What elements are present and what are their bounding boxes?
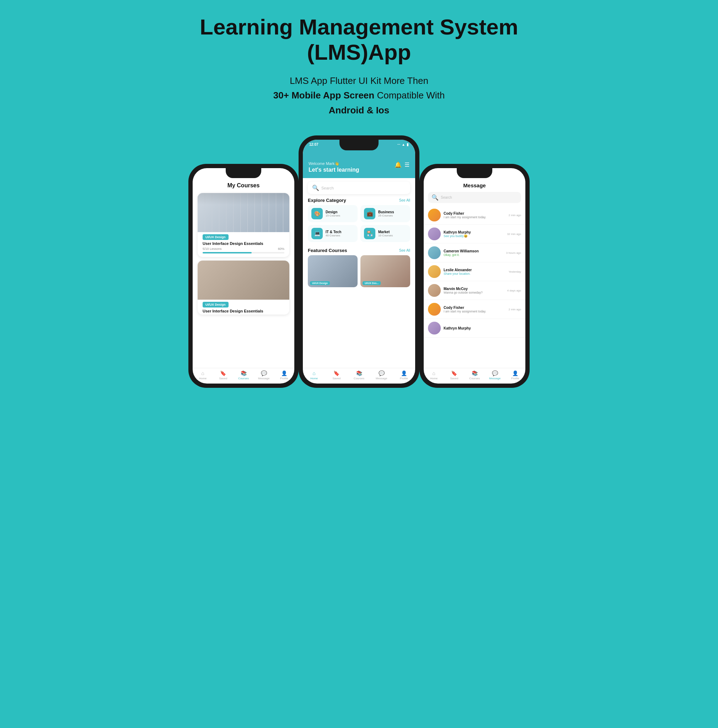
course-badge-2: UI/UX Design (203, 302, 229, 307)
msg-time-4: Yesterday (509, 270, 521, 273)
msg-item-2[interactable]: Kathryn Murphy See you buddy😄 32 min ago (424, 225, 526, 243)
nav-home-left[interactable]: ⌂ Home (192, 370, 213, 380)
avatar-cameron (428, 246, 441, 259)
center-header-text: Welcome Mark👋 Let's start learning (309, 161, 359, 173)
category-business[interactable]: 💼 Business 25 Courses (361, 205, 410, 222)
category-design[interactable]: 🎨 Design 15 Courses (308, 205, 357, 222)
nav-courses-right[interactable]: 📚 Courses (464, 370, 484, 380)
course-card-2[interactable]: UI/UX Design User Interface Design Essen… (198, 260, 289, 315)
msg-item-1[interactable]: Cody Fisher I am start my assignment tod… (424, 206, 526, 225)
msg-name-6: Cody Fisher (444, 306, 506, 310)
msg-item-4[interactable]: Leslie Alexander Share your location. Ye… (424, 262, 526, 281)
subtitle-bold: 30+ Mobile App Screen (273, 90, 374, 101)
nav-message-right[interactable]: 💬 Message (485, 370, 505, 380)
msg-content-5: Marvin McCoy Wanna go outside someday? (444, 287, 504, 294)
subtitle-line1: LMS App Flutter UI Kit More Then (290, 75, 428, 86)
left-bottom-nav: ⌂ Home 🔖 Saved 📚 Courses 💬 Message (192, 368, 294, 384)
avatar-leslie (428, 265, 441, 278)
saved-icon-right: 🔖 (451, 370, 457, 376)
message-icon-center: 💬 (379, 370, 385, 376)
msg-time-2: 32 min ago (507, 232, 521, 236)
nav-courses-label-center: Courses (354, 377, 364, 380)
welcome-text: Welcome Mark👋 (309, 161, 359, 166)
nav-home-right[interactable]: ⌂ Home (424, 370, 444, 380)
nav-profile-label-right: Profile (511, 377, 519, 380)
category-grid: 🎨 Design 15 Courses 💼 Business 25 Course… (303, 205, 415, 244)
see-all-featured[interactable]: See All (399, 248, 410, 252)
message-search-placeholder: Search (441, 196, 452, 199)
it-tech-icon: 💻 (312, 228, 323, 239)
nav-courses-center[interactable]: 📚 Courses (348, 370, 370, 380)
featured-card-2[interactable]: UI/UX Des... (361, 255, 410, 287)
design-count: 15 Courses (325, 214, 340, 217)
msg-preview-2: See you buddy😄 (444, 234, 504, 238)
category-it-tech[interactable]: 💻 IT & Tech 40 Courses (308, 225, 357, 242)
course-card-1[interactable]: UI/UX Design User Interface Design Essen… (198, 193, 289, 257)
message-icon-right: 💬 (492, 370, 498, 376)
nav-saved-center[interactable]: 🔖 Saved (325, 370, 348, 380)
right-phone: Message 🔍 Search Cody Fisher I am start … (419, 164, 530, 388)
courses-icon-left: 📚 (241, 370, 247, 376)
nav-courses-label-right: Courses (469, 377, 480, 380)
nav-message-left[interactable]: 💬 Message (254, 370, 274, 380)
nav-message-label-right: Message (489, 377, 501, 380)
nav-profile-right[interactable]: 👤 Profile (505, 370, 526, 380)
msg-content-7: Kathryn Murphy (444, 326, 518, 330)
featured-section-header: Featured Courses See All (303, 244, 415, 255)
subtitle: LMS App Flutter UI Kit More Then 30+ Mob… (199, 73, 519, 118)
right-bottom-nav: ⌂ Home 🔖 Saved 📚 Courses 💬 Message (424, 368, 526, 384)
left-notch (226, 168, 261, 178)
nav-saved-label-right: Saved (450, 377, 458, 380)
courses-icon-right: 📚 (472, 370, 478, 376)
msg-item-6[interactable]: Cody Fisher I am start my assignment tod… (424, 300, 526, 319)
nav-saved-right[interactable]: 🔖 Saved (444, 370, 464, 380)
subtitle-rest: Compatible With (374, 90, 445, 101)
battery-icon: ▮ (406, 142, 409, 147)
saved-icon-left: 🔖 (220, 370, 226, 376)
nav-message-label-left: Message (258, 377, 269, 380)
menu-icon[interactable]: ☰ (405, 161, 409, 168)
category-market[interactable]: 🏪 Market 10 Courses (361, 225, 410, 242)
bell-icon[interactable]: 🔔 (394, 161, 402, 168)
msg-name-1: Cody Fisher (444, 211, 506, 216)
nav-courses-left[interactable]: 📚 Courses (233, 370, 254, 380)
it-tech-name: IT & Tech (325, 230, 341, 234)
header-section: Learning Management System (LMS)App LMS … (199, 14, 519, 118)
courses-icon-center: 📚 (356, 370, 362, 376)
msg-content-4: Leslie Alexander Share your location. (444, 268, 506, 275)
left-phone-content: My Courses UI/UX Design User Interface D… (192, 168, 294, 384)
search-icon-center: 🔍 (312, 185, 319, 191)
nav-message-center[interactable]: 💬 Message (370, 370, 393, 380)
message-search-bar[interactable]: 🔍 Search (428, 192, 521, 203)
nav-home-center[interactable]: ⌂ Home (303, 370, 325, 380)
nav-home-label-center: Home (310, 377, 318, 380)
course-badge-1: UI/UX Design (203, 234, 229, 240)
nav-profile-left[interactable]: 👤 Profile (274, 370, 294, 380)
avatar-marvin (428, 284, 441, 297)
msg-preview-5: Wanna go outside someday? (444, 291, 504, 294)
right-phone-content: Message 🔍 Search Cody Fisher I am start … (424, 168, 526, 384)
center-search-bar[interactable]: 🔍 Search (308, 182, 410, 194)
phones-container: My Courses UI/UX Design User Interface D… (163, 135, 555, 388)
home-icon-left: ⌂ (201, 370, 204, 376)
msg-item-7[interactable]: Kathryn Murphy (424, 319, 526, 338)
featured-card-1[interactable]: UI/UX Design (308, 255, 357, 287)
msg-item-3[interactable]: Cameron Williamson Okay, got it. 3 hours… (424, 243, 526, 262)
nav-saved-left[interactable]: 🔖 Saved (213, 370, 233, 380)
design-icon: 🎨 (312, 208, 323, 219)
header-action-icons: 🔔 ☰ (394, 161, 409, 168)
wifi-icon: ▲ (402, 142, 405, 147)
center-phone: 12:07 ··· ▲ ▮ Welcome Mark👋 Let's start … (299, 135, 419, 388)
msg-item-5[interactable]: Marvin McCoy Wanna go outside someday? 4… (424, 281, 526, 300)
course-img-desk (198, 193, 289, 232)
nav-courses-label-left: Courses (238, 377, 249, 380)
business-info: Business 25 Courses (378, 210, 394, 217)
right-notch (457, 168, 492, 178)
see-all-explore[interactable]: See All (399, 198, 410, 202)
msg-time-6: 2 min ago (509, 308, 521, 311)
msg-name-5: Marvin McCoy (444, 287, 504, 291)
nav-profile-center[interactable]: 👤 Profile (393, 370, 415, 380)
msg-preview-3: Okay, got it. (444, 253, 503, 257)
msg-preview-6: I am start my assignment today. (444, 310, 506, 313)
nav-saved-label-left: Saved (219, 377, 227, 380)
